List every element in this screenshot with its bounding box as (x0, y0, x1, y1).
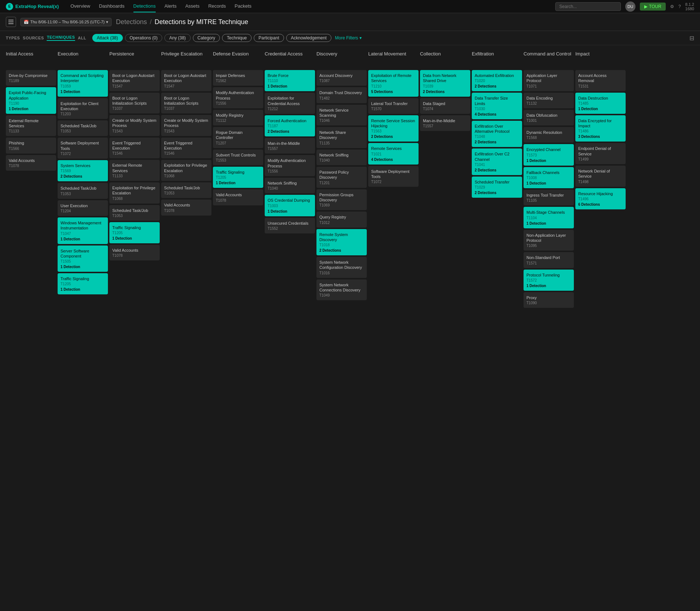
technique-card-2-1[interactable]: Boot or Logon Initialization ScriptsT103… (109, 93, 160, 114)
technique-card-10-1[interactable]: Data EncodingT1132 (524, 93, 574, 108)
pill-operations[interactable]: Operations (0) (125, 34, 163, 42)
technique-card-9-1[interactable]: Data Transfer Size LimitsT10304 Detectio… (472, 93, 522, 119)
technique-card-1-8[interactable]: Server Software ComponentT15051 Detectio… (58, 245, 108, 272)
technique-card-3-3[interactable]: Event Triggered ExecutionT1546 (161, 138, 211, 159)
technique-card-8-0[interactable]: Data from Network Shared DriveT10392 Det… (420, 70, 470, 97)
technique-card-5-7[interactable]: Unsecured CredentialsT1552 (265, 218, 315, 233)
technique-card-1-0[interactable]: Command and Scripting InterpreterT10591 … (58, 70, 108, 97)
technique-card-2-7[interactable]: Traffic SignalingT12051 Detection (109, 222, 160, 243)
technique-card-6-0[interactable]: Account DiscoveryT1087 (316, 70, 367, 86)
technique-card-10-7[interactable]: Multi-Stage ChannelsT11041 Detection (524, 207, 574, 228)
technique-card-4-5[interactable]: Traffic SignalingT12051 Detection (213, 167, 263, 188)
pill-category[interactable]: Category (193, 34, 220, 42)
breadcrumb-parent[interactable]: Detections (116, 18, 147, 26)
technique-card-1-1[interactable]: Exploitation for Client ExecutionT1203 (58, 98, 108, 119)
technique-card-9-2[interactable]: Exfiltration Over Alternative ProtocolT1… (472, 121, 522, 147)
technique-card-6-8[interactable]: Remote System DiscoveryT10182 Detections (316, 229, 367, 256)
technique-card-7-4[interactable]: Software Deployment ToolsT1072 (368, 166, 419, 187)
technique-card-2-5[interactable]: Exploitation for Privilege EscalationT10… (109, 182, 160, 204)
technique-card-5-1[interactable]: Exploitation for Credential AccessT1212 (265, 93, 315, 114)
technique-card-2-0[interactable]: Boot or Logon Autostart ExecutionT1547 (109, 70, 160, 91)
technique-card-10-0[interactable]: Application Layer ProtocolT1071 (524, 70, 574, 91)
technique-card-6-10[interactable]: System Network Connections DiscoveryT104… (316, 279, 367, 301)
technique-card-9-3[interactable]: Exfiltration Over C2 ChannelT10412 Detec… (472, 148, 522, 175)
nav-packets[interactable]: Packets (235, 0, 252, 12)
pill-any[interactable]: Any (38) (164, 34, 190, 42)
nav-records[interactable]: Records (208, 0, 226, 12)
nav-assets[interactable]: Assets (185, 0, 199, 12)
technique-card-5-2[interactable]: Forced AuthenticationT11872 Detections (265, 115, 315, 136)
technique-card-3-2[interactable]: Create or Modify System ProcessT1543 (161, 115, 211, 136)
technique-card-11-0[interactable]: Account Access RemovalT1531 (575, 70, 626, 91)
technique-card-10-9[interactable]: Non-Standard PortT1571 (524, 252, 574, 268)
search-input[interactable] (555, 2, 621, 11)
gear-icon[interactable]: ⚙ (670, 4, 674, 9)
technique-card-4-3[interactable]: Rogue Domain ControllerT1207 (213, 127, 263, 148)
technique-card-4-0[interactable]: Impair DefensesT1562 (213, 70, 263, 86)
technique-card-8-1[interactable]: Data StagedT1074 (420, 98, 470, 114)
technique-card-7-1[interactable]: Lateral Tool TransferT1570 (368, 98, 419, 114)
nav-overview[interactable]: Overview (70, 0, 90, 12)
technique-card-10-3[interactable]: Dynamic ResolutionT1568 (524, 127, 574, 143)
technique-card-1-7[interactable]: Windows Management InstrumentationT10471… (58, 217, 108, 244)
technique-card-2-8[interactable]: Valid AccountsT1078 (109, 245, 160, 260)
technique-card-6-3[interactable]: Network Share DiscoveryT1135 (316, 127, 367, 148)
technique-card-0-2[interactable]: External Remote ServicesT1133 (6, 115, 56, 136)
technique-card-7-0[interactable]: Exploitation of Remote ServicesT12105 De… (368, 70, 419, 97)
technique-card-6-4[interactable]: Network SniffingT1040 (316, 150, 367, 165)
help-icon[interactable]: ? (678, 4, 681, 9)
technique-card-2-3[interactable]: Event Triggered ExecutionT1546 (109, 138, 160, 159)
pill-participant[interactable]: Participant (254, 34, 284, 42)
technique-card-6-6[interactable]: Permission Groups DiscoveryT1069 (316, 189, 367, 210)
technique-card-10-8[interactable]: Non-Application Layer ProtocolT1095 (524, 230, 574, 251)
technique-card-4-2[interactable]: Modify RegistryT1112 (213, 110, 263, 125)
technique-card-3-5[interactable]: Scheduled Task/JobT1053 (161, 182, 211, 198)
technique-card-10-4[interactable]: Encrypted ChannelT15731 Detection (524, 144, 574, 165)
technique-card-2-4[interactable]: External Remote ServicesT1133 (109, 160, 160, 181)
tour-button[interactable]: ▶ TOUR (640, 3, 666, 11)
technique-card-10-10[interactable]: Protocol TunnelingT15721 Detection (524, 270, 574, 291)
technique-card-4-6[interactable]: Valid AccountsT1078 (213, 189, 263, 205)
pill-technique[interactable]: Technique (222, 34, 252, 42)
technique-card-5-6[interactable]: OS Credential DumpingT10031 Detection (265, 195, 315, 216)
technique-card-1-2[interactable]: Scheduled Task/JobT1053 (58, 120, 108, 136)
technique-card-0-4[interactable]: Valid AccountsT1078 (6, 155, 56, 171)
technique-card-8-2[interactable]: Man-in-the-MiddleT1557 (420, 115, 470, 131)
technique-card-11-5[interactable]: Resource HijackingT14966 Detections (575, 188, 626, 209)
technique-card-5-4[interactable]: Modify Authentication ProcessT1556 (265, 155, 315, 176)
tab-types[interactable]: TYPES (6, 36, 20, 40)
technique-card-4-1[interactable]: Modify Authentication ProcessT1556 (213, 87, 263, 108)
technique-card-6-2[interactable]: Network Service ScanningT1046 (316, 105, 367, 126)
nav-dashboards[interactable]: Dashboards (99, 0, 124, 12)
filter-sort-button[interactable]: ⊟ (689, 35, 694, 42)
tab-sources[interactable]: SOURCES (23, 36, 44, 40)
technique-card-10-2[interactable]: Data ObfuscationT1001 (524, 110, 574, 125)
technique-card-6-1[interactable]: Domain Trust DiscoveryT1482 (316, 87, 367, 103)
technique-card-0-0[interactable]: Drive-by CompromiseT1189 (6, 70, 56, 86)
technique-card-1-6[interactable]: User ExecutionT1204 (58, 200, 108, 216)
technique-card-7-3[interactable]: Remote ServicesT10214 Detections (368, 143, 419, 164)
avatar[interactable]: DU (625, 1, 635, 12)
technique-card-5-5[interactable]: Network SniffingT1040 (265, 178, 315, 193)
technique-card-5-3[interactable]: Man-in-the-MiddleT1557 (265, 138, 315, 154)
technique-card-4-4[interactable]: Subvert Trust ControlsT1553 (213, 150, 263, 165)
nav-alerts[interactable]: Alerts (164, 0, 176, 12)
technique-card-7-2[interactable]: Remote Service Session HijackingT15632 D… (368, 115, 419, 142)
technique-card-10-11[interactable]: ProxyT1090 (524, 292, 574, 308)
time-range[interactable]: 📅 Thu 8/06-11:00 – Thu 8/06-16:25 (UTC-7… (20, 18, 112, 26)
logo[interactable]: E ExtraHop Reveal(x) (6, 3, 59, 10)
pill-attack[interactable]: Attack (38) (92, 34, 123, 42)
sidebar-toggle[interactable] (6, 17, 16, 27)
technique-card-3-1[interactable]: Boot or Logon Initialization ScriptsT103… (161, 93, 211, 114)
technique-card-9-0[interactable]: Automated ExfiltrationT10202 Detections (472, 70, 522, 91)
pill-acknowledgement[interactable]: Acknowledgement (286, 34, 331, 42)
technique-card-1-9[interactable]: Traffic SignalingT12051 Detection (58, 273, 108, 294)
technique-card-6-5[interactable]: Password Policy DiscoveryT1201 (316, 167, 367, 188)
tab-techniques[interactable]: TECHNIQUES (47, 35, 75, 41)
technique-card-5-0[interactable]: Brute ForceT11101 Detection (265, 70, 315, 91)
technique-card-9-4[interactable]: Scheduled TransferT10292 Detections (472, 177, 522, 198)
technique-card-6-7[interactable]: Query RegistryT1012 (316, 212, 367, 227)
technique-card-11-1[interactable]: Data DestructionT14851 Detection (575, 93, 626, 114)
technique-card-10-5[interactable]: Fallback ChannelsT10081 Detection (524, 167, 574, 188)
technique-card-2-2[interactable]: Create or Modify System ProcessT1543 (109, 115, 160, 136)
